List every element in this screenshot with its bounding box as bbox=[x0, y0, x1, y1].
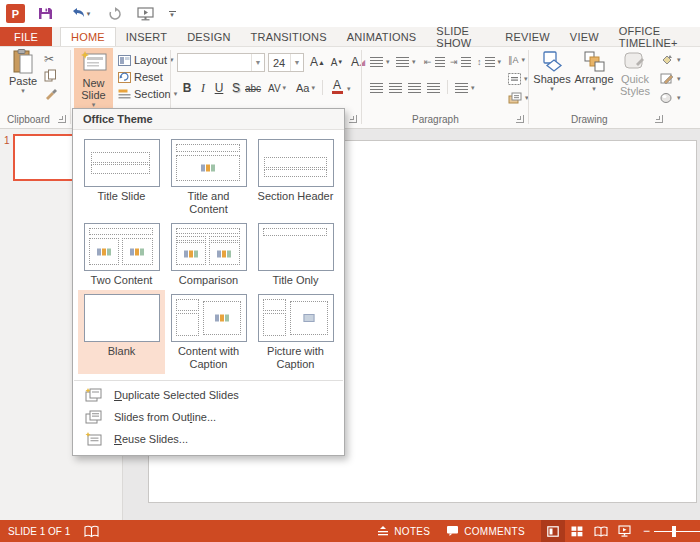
columns-button[interactable]: ▾ bbox=[455, 80, 475, 96]
start-slideshow-icon[interactable] bbox=[135, 4, 155, 24]
format-painter-button[interactable] bbox=[44, 87, 57, 100]
spell-check-icon[interactable] bbox=[84, 525, 99, 538]
undo-dropdown-icon[interactable]: ▾ bbox=[87, 10, 91, 18]
zoom-slider[interactable] bbox=[654, 531, 700, 532]
decrease-indent-button[interactable]: ⇤ bbox=[424, 54, 445, 70]
notes-icon bbox=[377, 526, 389, 537]
underline-button[interactable]: U bbox=[212, 80, 226, 96]
align-text-button[interactable]: ▾ bbox=[508, 71, 528, 87]
tab-office-timeline[interactable]: OFFICE TIMELINE+ bbox=[609, 27, 700, 46]
font-size-dropdown-icon[interactable]: ▼ bbox=[290, 54, 303, 71]
save-icon[interactable] bbox=[35, 4, 55, 24]
convert-smartart-button[interactable]: ▾ bbox=[508, 90, 529, 106]
font-name-dropdown-icon[interactable]: ▼ bbox=[251, 54, 264, 71]
menu-label: Slides from Outline... bbox=[114, 411, 216, 423]
font-size-combobox[interactable]: 24 ▼ bbox=[268, 53, 304, 72]
tab-home[interactable]: HOME bbox=[60, 27, 116, 46]
reuse-slides-icon bbox=[85, 432, 102, 447]
reading-view-button[interactable] bbox=[589, 520, 613, 542]
align-right-button[interactable] bbox=[408, 80, 421, 96]
cut-button[interactable]: ✂ bbox=[44, 52, 54, 66]
clipboard-dialog-launcher[interactable] bbox=[58, 115, 66, 123]
copy-button[interactable] bbox=[44, 69, 57, 82]
slide-indicator: SLIDE 1 OF 1 bbox=[8, 526, 70, 537]
paste-dropdown-icon[interactable]: ▾ bbox=[21, 87, 25, 95]
new-slide-label-1: New bbox=[82, 77, 104, 89]
layout-title-only[interactable]: Title Only bbox=[252, 219, 339, 290]
arrange-button[interactable]: Arrange ▾ bbox=[572, 49, 616, 93]
repeat-icon bbox=[105, 4, 125, 24]
text-direction-button[interactable]: ∥A▾ bbox=[508, 52, 525, 68]
drawing-dialog-launcher[interactable] bbox=[655, 115, 663, 123]
normal-view-button[interactable] bbox=[541, 520, 565, 542]
notes-button[interactable]: NOTES bbox=[377, 526, 430, 537]
font-color-dropdown-icon[interactable]: ▾ bbox=[347, 85, 351, 93]
shapes-dropdown-icon[interactable]: ▾ bbox=[550, 85, 554, 93]
powerpoint-logo-icon[interactable]: P bbox=[6, 4, 25, 23]
menu-duplicate-selected-slides[interactable]: Duplicate Selected Slides bbox=[73, 384, 344, 406]
character-spacing-button[interactable]: AV▾ bbox=[268, 80, 286, 96]
italic-button[interactable]: I bbox=[196, 80, 210, 96]
layout-button[interactable]: Layout▾ bbox=[118, 52, 174, 68]
section-button[interactable]: Section▾ bbox=[118, 86, 177, 102]
font-dialog-launcher[interactable] bbox=[349, 115, 357, 123]
undo-icon[interactable]: ▾ bbox=[65, 4, 95, 24]
tab-transitions[interactable]: TRANSITIONS bbox=[241, 27, 337, 46]
shape-outline-button[interactable]: ▾ bbox=[660, 71, 681, 87]
strikethrough-button[interactable]: abc bbox=[245, 80, 261, 96]
justify-button[interactable] bbox=[427, 80, 440, 96]
layout-label: Layout bbox=[134, 54, 167, 66]
font-color-button[interactable]: A bbox=[330, 79, 344, 95]
tab-file[interactable]: FILE bbox=[0, 27, 52, 46]
paragraph-dialog-launcher[interactable] bbox=[516, 115, 524, 123]
line-spacing-button[interactable]: ↕▾ bbox=[477, 54, 501, 70]
paste-button[interactable]: Paste ▾ bbox=[6, 49, 40, 95]
layout-comparison[interactable]: Comparison bbox=[165, 219, 252, 290]
zoom-slider-handle[interactable] bbox=[672, 526, 676, 537]
comments-button[interactable]: COMMENTS bbox=[446, 525, 525, 537]
shape-fill-button[interactable]: ▾ bbox=[660, 52, 681, 68]
tab-view[interactable]: VIEW bbox=[560, 27, 609, 46]
slide-show-view-button[interactable] bbox=[613, 520, 637, 542]
customize-qat-icon[interactable]: ▾ bbox=[165, 11, 179, 17]
layout-blank[interactable]: Blank bbox=[78, 290, 165, 374]
new-slide-dropdown: Office Theme Title Slide Title and Conte… bbox=[72, 108, 345, 456]
text-shadow-button[interactable]: S bbox=[229, 80, 243, 96]
layout-picture-with-caption[interactable]: Picture with Caption bbox=[252, 290, 339, 374]
increase-font-size-button[interactable]: A▲ bbox=[310, 54, 325, 70]
layout-content-with-caption[interactable]: Content with Caption bbox=[165, 290, 252, 374]
align-left-button[interactable] bbox=[370, 80, 383, 96]
font-name-combobox[interactable]: ▼ bbox=[177, 53, 265, 72]
shape-effects-button[interactable]: ▾ bbox=[660, 90, 681, 106]
menu-slides-from-outline[interactable]: Slides from Outline... bbox=[73, 406, 344, 428]
bold-button[interactable]: B bbox=[180, 80, 194, 96]
bullets-button[interactable]: ▾ bbox=[370, 54, 390, 70]
arrange-dropdown-icon[interactable]: ▾ bbox=[592, 85, 596, 93]
slide-thumbnail-1[interactable] bbox=[13, 134, 75, 181]
layout-title-slide[interactable]: Title Slide bbox=[78, 135, 165, 219]
arrange-label: Arrange bbox=[574, 73, 613, 85]
clear-formatting-button[interactable]: A◢ bbox=[351, 54, 365, 70]
layout-title-and-content[interactable]: Title and Content bbox=[165, 135, 252, 219]
change-case-button[interactable]: Aa▾ bbox=[296, 80, 315, 96]
tab-review[interactable]: REVIEW bbox=[495, 27, 560, 46]
shapes-button[interactable]: Shapes ▾ bbox=[532, 49, 572, 93]
new-slide-icon bbox=[81, 51, 107, 71]
menu-label: Reuse Slides... bbox=[114, 433, 188, 445]
reset-button[interactable]: Reset bbox=[118, 69, 163, 85]
layout-two-content[interactable]: Two Content bbox=[78, 219, 165, 290]
numbering-button[interactable]: ▾ bbox=[396, 54, 416, 70]
layout-section-header[interactable]: Section Header bbox=[252, 135, 339, 219]
menu-reuse-slides[interactable]: Reuse Slides... bbox=[73, 428, 344, 450]
zoom-out-button[interactable]: − bbox=[643, 524, 650, 538]
tab-slide-show[interactable]: SLIDE SHOW bbox=[426, 27, 495, 46]
align-center-button[interactable] bbox=[389, 80, 402, 96]
tab-insert[interactable]: INSERT bbox=[116, 27, 177, 46]
quick-styles-button[interactable]: Quick Styles bbox=[616, 49, 654, 97]
decrease-font-size-button[interactable]: A▼ bbox=[330, 54, 344, 70]
shapes-icon bbox=[540, 51, 564, 73]
tab-design[interactable]: DESIGN bbox=[177, 27, 240, 46]
increase-indent-button[interactable]: ⇥ bbox=[450, 54, 471, 70]
slide-sorter-view-button[interactable] bbox=[565, 520, 589, 542]
tab-animations[interactable]: ANIMATIONS bbox=[337, 27, 427, 46]
